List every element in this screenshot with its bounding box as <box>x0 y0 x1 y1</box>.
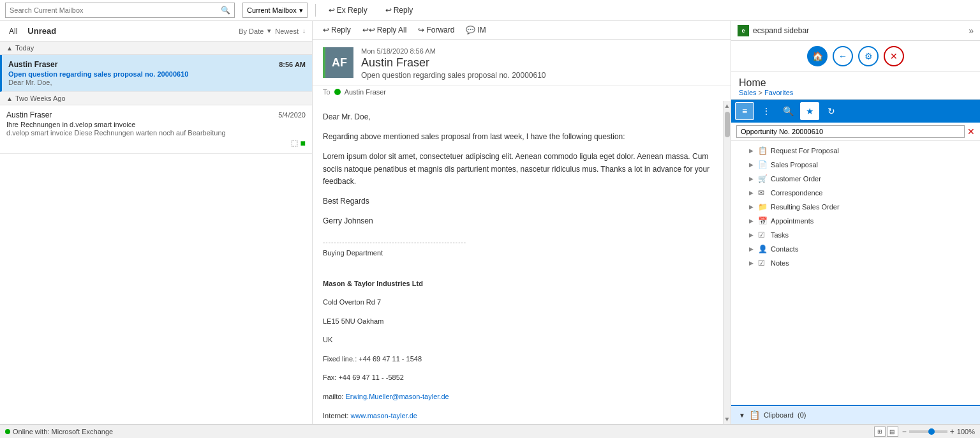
section-two-weeks-arrow: ▲ <box>6 95 13 102</box>
breadcrumb-sales-link[interactable]: Sales <box>739 89 757 96</box>
sort-by-date[interactable]: By Date <box>239 27 264 35</box>
mailbox-label: Current Mailbox <box>247 6 297 14</box>
email-header-subject: Open question regarding sales proposal n… <box>361 71 720 80</box>
reply-content-button[interactable]: ↩ Reply <box>318 24 356 36</box>
tree-item-tasks[interactable]: ▶ ☑ Tasks <box>731 228 980 242</box>
im-icon: 💬 <box>466 26 475 34</box>
tree-request-icon: 📋 <box>758 146 768 155</box>
clipboard-count: (0) <box>798 411 806 419</box>
sig-email-link[interactable]: Erwing.Mueller@mason-tayler.de <box>345 393 449 400</box>
status-bar-left: Online with: Microsoft Exchange <box>5 428 113 435</box>
search-input[interactable] <box>10 6 221 14</box>
ex-reply-button[interactable]: ↩ Ex Reply <box>323 4 373 17</box>
zoom-percent: 100% <box>957 428 975 435</box>
scroll-down-arrow[interactable]: ▼ <box>723 414 731 424</box>
status-green-icon: ■ <box>301 138 306 148</box>
tree-customer-order-icon: 🛒 <box>758 174 768 183</box>
sidebar-expand-button[interactable]: » <box>969 26 974 36</box>
email-preview: d.velop smart invoice Diese Rechnungen w… <box>6 129 306 137</box>
tree-arrow-icon: ▶ <box>749 260 755 266</box>
status-bar-right: ⊞ ▤ − + 100% <box>874 427 975 437</box>
signature-block: ----------------------------------------… <box>323 238 713 424</box>
nav-settings-button[interactable]: ⚙ <box>858 46 879 66</box>
action-list-button[interactable]: ≡ <box>735 102 754 120</box>
tree-correspondence-label: Correspondence <box>771 189 822 197</box>
im-button[interactable]: 💬 IM <box>461 24 491 36</box>
view-normal-icon[interactable]: ⊞ <box>874 427 886 437</box>
email-item[interactable]: Austin Fraser 5/4/2020 Ihre Rechnungen i… <box>0 105 312 154</box>
sidebar-search-clear-button[interactable]: ✕ <box>967 126 975 137</box>
tree-item-customer-order[interactable]: ▶ 🛒 Customer Order <box>731 172 980 186</box>
body-regards: Best Regards <box>323 195 713 208</box>
action-search-button[interactable]: 🔍 <box>778 102 798 120</box>
email-header-sender-name: Austin Fraser <box>361 56 720 70</box>
sig-fax: Fax: +44 69 47 11 - -5852 <box>323 372 713 384</box>
sig-url-link[interactable]: www.mason-tayler.de <box>350 412 417 419</box>
nav-close-button[interactable]: ✕ <box>884 46 904 66</box>
reply-button[interactable]: ↩ Reply <box>380 4 419 17</box>
tree-item-resulting-sales[interactable]: ▶ 📁 Resulting Sales Order <box>731 200 980 214</box>
tree-arrow-icon: ▶ <box>749 218 755 224</box>
to-status-dot <box>334 89 341 95</box>
sidebar-action-bar: ≡ ⋮ 🔍 ★ ↻ <box>731 100 980 123</box>
tab-all[interactable]: All <box>6 26 20 37</box>
reply-all-icon: ↩↩ <box>362 26 375 34</box>
email-item-bottom: ⬚ ■ <box>6 138 306 148</box>
email-list-panel: All Unread By Date ▾ Newest ↓ ▲ Today Au… <box>0 21 313 424</box>
section-two-weeks-label: Two Weeks Ago <box>15 94 66 102</box>
email-item-top: Austin Fraser 5/4/2020 <box>6 110 306 119</box>
zoom-slider[interactable] <box>909 430 947 433</box>
scroll-thumb[interactable] <box>725 112 730 137</box>
tree-item-contacts[interactable]: ▶ 👤 Contacts <box>731 242 980 256</box>
reply-all-button[interactable]: ↩↩ Reply All <box>357 24 412 36</box>
nav-home-button[interactable]: 🏠 <box>807 46 828 66</box>
clipboard-toggle-arrow[interactable]: ▼ <box>739 412 745 419</box>
action-tree-button[interactable]: ⋮ <box>757 102 776 120</box>
tree-notes-icon: ☑ <box>758 259 768 268</box>
tree-item-correspondence[interactable]: ▶ ✉ Correspondence <box>731 186 980 200</box>
tab-unread[interactable]: Unread <box>25 25 59 37</box>
nav-back-button[interactable]: ← <box>833 46 853 66</box>
section-two-weeks: ▲ Two Weeks Ago <box>0 92 312 105</box>
email-item[interactable]: Austin Fraser 8:56 AM Open question rega… <box>0 55 312 92</box>
email-scrollbar[interactable]: ▲ ▼ <box>723 101 731 424</box>
zoom-plus-button[interactable]: + <box>950 427 954 436</box>
tree-item-notes[interactable]: ▶ ☑ Notes <box>731 256 980 270</box>
zoom-minus-button[interactable]: − <box>902 427 907 436</box>
status-bar: Online with: Microsoft Exchange ⊞ ▤ − + … <box>0 424 980 438</box>
email-content-with-scroll: Dear Mr. Doe, Regarding above mentioned … <box>313 101 731 424</box>
breadcrumb-favorites-link[interactable]: Favorites <box>764 89 793 96</box>
reply-icon: ↩ <box>385 6 392 15</box>
email-sender: Austin Fraser <box>8 60 57 69</box>
email-subject: Ihre Rechnungen in d.velop smart invoice <box>6 121 306 128</box>
tree-arrow-icon: ▶ <box>749 204 755 210</box>
sig-country: UK <box>323 335 713 346</box>
tree-customer-order-label: Customer Order <box>771 175 821 183</box>
sort-direction-icon: ↓ <box>302 27 306 34</box>
sidebar-home-title: Home <box>739 77 972 89</box>
ex-reply-icon: ↩ <box>329 6 335 15</box>
forward-button[interactable]: ↪ Forward <box>413 24 459 36</box>
view-icons: ⊞ ▤ <box>874 427 898 437</box>
tree-appointments-icon: 📅 <box>758 216 768 225</box>
sidebar-nav-icons: 🏠 ← ⚙ ✕ <box>731 41 980 72</box>
tree-arrow-icon: ▶ <box>749 162 755 168</box>
view-reading-icon[interactable]: ▤ <box>887 427 898 437</box>
sort-order[interactable]: Newest <box>275 27 299 35</box>
action-refresh-button[interactable]: ↻ <box>822 102 841 120</box>
mailbox-dropdown[interactable]: Current Mailbox ▾ <box>242 3 308 18</box>
search-box[interactable]: 🔍 <box>5 3 235 18</box>
sort-arrow-icon: ▾ <box>267 27 271 35</box>
action-star-button[interactable]: ★ <box>800 102 819 120</box>
tree-item-request[interactable]: ▶ 📋 Request For Proposal <box>731 144 980 158</box>
scroll-up-arrow[interactable]: ▲ <box>723 101 731 110</box>
sig-dept: Buying Department <box>323 248 713 259</box>
email-list-header: All Unread By Date ▾ Newest ↓ <box>0 21 312 42</box>
sidebar-search-input[interactable] <box>736 125 965 138</box>
tree-item-sales-proposal[interactable]: ▶ 📄 Sales Proposal <box>731 158 980 172</box>
reply-indicator-icon: ⬚ <box>291 139 298 147</box>
sig-internet: Internet: www.mason-tayler.de <box>323 411 713 422</box>
email-subject: Open question regarding sales proposal n… <box>8 70 306 78</box>
chevron-down-icon: ▾ <box>299 6 303 15</box>
tree-item-appointments[interactable]: ▶ 📅 Appointments <box>731 214 980 228</box>
